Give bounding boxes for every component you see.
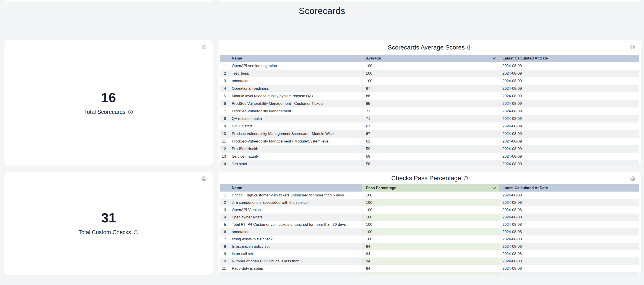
column-header-date[interactable]: Latest Calculated At Date	[499, 184, 639, 192]
cell-val: 58	[362, 160, 499, 166]
cell-name: annotation	[228, 77, 362, 85]
total-custom-checks-card: 31 Total Custom Checks	[4, 172, 213, 275]
cell-idx: 13	[220, 153, 228, 160]
cell-idx: 8	[220, 243, 228, 250]
cell-name: ProdSec-Vulnerability Management	[228, 107, 362, 115]
cell-name: Jira stats	[228, 160, 362, 166]
info-icon[interactable]	[467, 45, 472, 50]
cell-idx: 2	[220, 199, 228, 206]
stat-body: 16 Total Scorecards	[4, 40, 213, 166]
stat-body: 31 Total Custom Checks	[4, 172, 213, 275]
cell-idx: 9	[220, 123, 228, 130]
cell-idx: 10	[220, 258, 228, 265]
cell-val: 100	[362, 77, 499, 85]
cell-date: 2024-08-08	[499, 192, 639, 199]
stat-label: Total Custom Checks	[78, 229, 138, 236]
scorecards-average-scores-card: Scorecards Average Scores Name Average L…	[218, 40, 641, 166]
table-row: 7string exists in file check1002024-08-0…	[220, 236, 639, 243]
chevron-down-icon[interactable]	[492, 57, 496, 59]
table-row: 6annotation1002024-08-08	[220, 228, 639, 236]
cell-date: 2024-08-08	[499, 214, 639, 221]
globe-icon[interactable]	[630, 44, 635, 50]
cell-val: 100	[362, 236, 499, 243]
column-header-name[interactable]: Name	[228, 184, 362, 192]
cell-val: 71	[362, 107, 499, 115]
globe-icon[interactable]	[630, 176, 635, 181]
cell-name: Number of open P0/P1 bugs is less than 5	[228, 258, 362, 265]
cell-date: 2024-08-08	[499, 243, 639, 250]
cell-date: 2024-08-08	[499, 250, 639, 258]
info-icon[interactable]	[463, 176, 468, 181]
cell-idx: 14	[220, 160, 228, 166]
table-row: 5Module level release quality(system rel…	[220, 92, 639, 100]
table-row: 9GitHub stats672024-08-09	[220, 123, 639, 130]
column-header-average[interactable]: Average	[362, 55, 499, 62]
cell-date: 2024-08-08	[499, 221, 639, 228]
cell-idx: 1	[220, 192, 228, 199]
cell-date: 2024-08-08	[499, 258, 639, 265]
globe-icon[interactable]	[202, 176, 207, 181]
clipped-card-above-right	[218, 0, 641, 1]
scorecards-dashboard: Scorecards 16 Total Scorecards	[0, 0, 644, 285]
cell-val: 100	[362, 62, 499, 70]
table-row: 1Critical, High customer vuln tickets un…	[220, 192, 639, 199]
cell-name: OpenAPI version migration	[228, 62, 362, 70]
cell-idx: 11	[220, 138, 228, 145]
cell-idx: 7	[220, 236, 228, 243]
cell-date: 2024-08-09	[499, 62, 639, 70]
table-row: 5Total P3, P4 Customer vuln tickets unto…	[220, 221, 639, 228]
table-row: 10Number of open P0/P1 bugs is less than…	[220, 258, 639, 265]
cell-name: Operational readiness	[228, 85, 362, 92]
cell-name: GitHub stats	[228, 123, 362, 130]
cell-date: 2024-08-09	[499, 100, 639, 107]
column-header-date[interactable]: Latest Calculated At Date	[499, 55, 639, 62]
cell-name: Jira component is associated with the se…	[228, 199, 362, 206]
column-header-label: Average	[366, 56, 381, 61]
table-header-row: Name Pass Percentage Latest Calculated A…	[220, 184, 639, 192]
cell-name: Pagerduty is setup	[228, 265, 362, 272]
cell-date: 2024-08-09	[499, 123, 639, 130]
card-title: Scorecards Average Scores	[388, 44, 465, 51]
cell-idx: 4	[220, 85, 228, 92]
cell-date: 2024-08-08	[499, 228, 639, 236]
globe-icon[interactable]	[202, 44, 207, 50]
cell-idx: 3	[220, 77, 228, 85]
cell-val: 94	[362, 258, 499, 265]
chevron-down-icon[interactable]	[492, 187, 496, 189]
cell-val: 59	[362, 153, 499, 160]
cell-val: 86	[362, 92, 499, 100]
data-table: Name Pass Percentage Latest Calculated A…	[220, 184, 639, 275]
cell-idx: 4	[220, 214, 228, 221]
stat-label-text: Total Custom Checks	[78, 229, 131, 236]
info-icon[interactable]	[134, 230, 139, 235]
cell-val: 100	[362, 199, 499, 206]
cell-date: 2024-08-09	[499, 85, 639, 92]
cell-val: 97	[362, 85, 499, 92]
cell-name: Is escalation policy set	[228, 243, 362, 250]
cell-date: 2024-08-09	[499, 107, 639, 115]
cell-name: Module level release quality(system rele…	[228, 92, 362, 100]
cell-val: 100	[362, 206, 499, 214]
info-icon[interactable]	[128, 109, 133, 115]
column-header-pass-percentage[interactable]: Pass Percentage	[362, 184, 499, 192]
stat-value: 31	[101, 211, 116, 225]
cell-idx: 5	[220, 221, 228, 228]
column-header-name[interactable]: Name	[228, 55, 362, 62]
cell-date: 2024-08-08	[499, 236, 639, 243]
table-row: 1OpenAPI version migration1002024-08-09	[220, 62, 639, 70]
cell-idx: 1	[220, 62, 228, 70]
stat-label-text: Total Scorecards	[84, 109, 125, 115]
cell-val: 94	[362, 250, 499, 258]
cell-name: Test_temp	[228, 70, 362, 77]
table-row: 9Is on-call set942024-08-08	[220, 250, 639, 258]
cell-date: 2024-08-08	[499, 206, 639, 214]
table-row: 7ProdSec-Vulnerability Management712024-…	[220, 107, 639, 115]
table-row: 4Operational readiness972024-08-09	[220, 85, 639, 92]
table-row: 14Jira stats582024-08-09	[220, 160, 639, 166]
cell-name: Total P3, P4 Customer vuln tickets untou…	[228, 221, 362, 228]
table-row: 6ProdSec Vulnerability Management - Cust…	[220, 100, 639, 107]
cell-idx: 7	[220, 107, 228, 115]
cell-idx: 10	[220, 130, 228, 138]
table-row: 3OpenAPI Version1002024-08-08	[220, 206, 639, 214]
cell-date: 2024-08-09	[499, 153, 639, 160]
